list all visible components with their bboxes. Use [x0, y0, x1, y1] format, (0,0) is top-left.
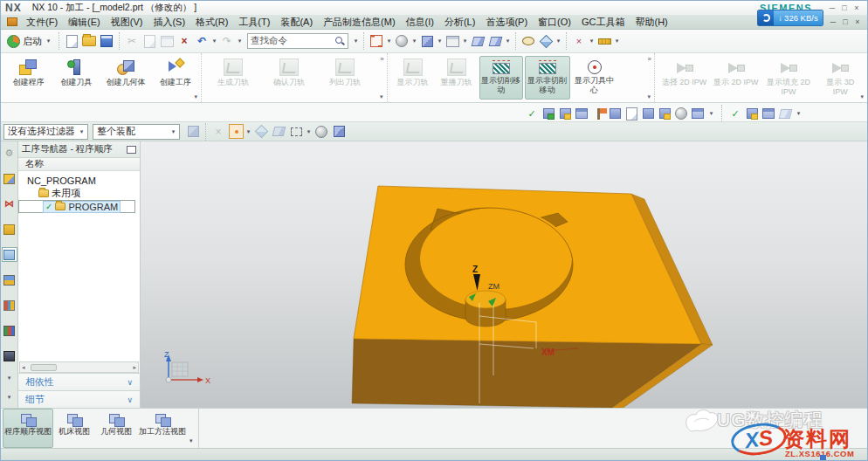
- undock-panel-icon[interactable]: [127, 146, 136, 154]
- start-dropdown-icon[interactable]: ▾: [45, 38, 52, 45]
- window-style-button[interactable]: [444, 33, 460, 49]
- menu-pmi[interactable]: 产品制造信息(M): [318, 16, 401, 29]
- snap-point-button[interactable]: [228, 124, 244, 140]
- search-icon[interactable]: [334, 36, 345, 46]
- window-style-dropdown-icon[interactable]: ▾: [461, 38, 469, 45]
- show-hide-button[interactable]: [520, 33, 536, 49]
- tab-machine-tool-view[interactable]: 机床视图: [53, 409, 95, 448]
- datum-plane-button[interactable]: [470, 33, 486, 49]
- shaded-select-button[interactable]: [313, 124, 329, 140]
- show-tool-center-button[interactable]: 显示刀具中心: [572, 56, 617, 100]
- verify-geometry-button[interactable]: ✓: [525, 107, 539, 120]
- restore-button[interactable]: □: [838, 2, 851, 14]
- open-file-button[interactable]: [81, 33, 97, 49]
- verify-second-button[interactable]: ✓: [728, 107, 742, 120]
- menu-assemblies[interactable]: 装配(A): [275, 16, 318, 29]
- tab-program-order-view[interactable]: 程序顺序视图: [3, 409, 53, 448]
- delete-button[interactable]: ×: [176, 33, 192, 49]
- tree-row-program[interactable]: ✓ PROGRAM: [18, 200, 135, 213]
- web-browser-button[interactable]: [3, 324, 17, 337]
- operations-group-dropdown-icon[interactable]: ▾: [380, 93, 383, 100]
- process-table-button[interactable]: [761, 107, 775, 120]
- new-file-button[interactable]: [64, 33, 79, 49]
- customize-button[interactable]: [691, 107, 705, 120]
- details-section-header[interactable]: 细节 ∨: [18, 390, 140, 408]
- roles-button[interactable]: ⚙: [3, 147, 17, 160]
- dependencies-section-header[interactable]: 相依性 ∨: [18, 373, 140, 390]
- mdi-minimize-button[interactable]: ─: [827, 16, 839, 28]
- menu-insert[interactable]: 插入(S): [148, 16, 190, 29]
- save-button[interactable]: [99, 33, 114, 49]
- snap-display-button[interactable]: [538, 33, 554, 49]
- geometry-view-button[interactable]: [558, 107, 572, 120]
- undo-button[interactable]: ↶: [194, 33, 210, 49]
- snap-point-dropdown-icon[interactable]: ▾: [245, 128, 252, 135]
- menu-view[interactable]: 视图(V): [106, 16, 148, 29]
- measure-button[interactable]: ×: [571, 33, 587, 49]
- solid-select-button[interactable]: [331, 124, 347, 140]
- measure-distance-dropdown-icon[interactable]: ▾: [613, 38, 621, 45]
- rectangle-select-dropdown-icon[interactable]: ▾: [305, 128, 313, 135]
- resource-bar-scroll-up-icon[interactable]: ▾: [8, 375, 11, 382]
- quick-icons-dropdown-icon[interactable]: ▾: [707, 110, 715, 117]
- fit-view-button[interactable]: [369, 33, 384, 49]
- selection-scope-dropdown-icon[interactable]: ▾: [169, 128, 177, 135]
- rectangle-select-button[interactable]: [288, 124, 304, 140]
- ipw-group-dropdown-icon[interactable]: ▾: [860, 93, 864, 100]
- reuse-library-button[interactable]: [3, 273, 17, 286]
- scroll-right-icon[interactable]: ▸: [133, 364, 136, 371]
- menu-help[interactable]: 帮助(H): [630, 16, 672, 29]
- menu-format[interactable]: 格式(R): [190, 16, 233, 29]
- menu-window[interactable]: 窗口(O): [533, 16, 576, 29]
- measure-distance-button[interactable]: [596, 33, 612, 49]
- insert-group-dropdown-icon[interactable]: ▾: [194, 93, 197, 100]
- selection-scope-dropdown[interactable]: 整个装配 ▾: [93, 124, 180, 140]
- feedback-button[interactable]: [608, 107, 622, 120]
- name-column-header[interactable]: 名称: [18, 158, 140, 171]
- view-orientation-button[interactable]: [419, 33, 435, 49]
- create-operation-button[interactable]: 创建工序: [152, 56, 198, 100]
- display-overflow-icon[interactable]: »: [648, 55, 651, 63]
- create-tool-button[interactable]: 创建刀具: [53, 56, 100, 100]
- command-finder[interactable]: [247, 33, 348, 49]
- show-cutting-moves-button[interactable]: 显示切削移动: [479, 56, 523, 100]
- transform-button[interactable]: [658, 107, 672, 120]
- resource-bar-scroll-down-icon[interactable]: ▾: [8, 394, 11, 401]
- hd3d-tools-button[interactable]: [3, 299, 17, 312]
- measure-dropdown-icon[interactable]: ▾: [588, 38, 596, 45]
- menu-file[interactable]: 文件(F): [21, 16, 63, 29]
- scroll-left-icon[interactable]: ◂: [22, 364, 25, 371]
- tab-machining-method-view[interactable]: 加工方法视图: [137, 409, 188, 448]
- assembly-navigator-button[interactable]: [3, 172, 17, 185]
- display-group-dropdown-icon[interactable]: ▾: [647, 93, 651, 100]
- download-speed-badge[interactable]: ↓ 326 KB/s: [757, 10, 823, 26]
- document-button[interactable]: [624, 107, 638, 120]
- menu-analysis[interactable]: 分析(L): [439, 16, 480, 29]
- render-style-dropdown-icon[interactable]: ▾: [410, 38, 418, 45]
- menu-information[interactable]: 信息(I): [401, 16, 439, 29]
- tree-row-unused[interactable]: 未用项: [18, 187, 140, 200]
- command-search-input[interactable]: [251, 36, 334, 46]
- scrollbar-thumb[interactable]: [31, 364, 57, 371]
- view-tabs-dropdown-icon[interactable]: ▾: [188, 437, 196, 448]
- ribbon-options-icon[interactable]: [7, 17, 17, 26]
- start-menu-button[interactable]: 启动 ▾: [4, 35, 55, 48]
- second-group-dropdown-icon[interactable]: ▾: [795, 110, 803, 117]
- menu-edit[interactable]: 编辑(E): [63, 16, 106, 29]
- show-hide-dropdown-icon[interactable]: ▾: [555, 38, 562, 45]
- create-geometry-button[interactable]: 创建几何体: [101, 56, 151, 100]
- show-non-cutting-moves-button[interactable]: 显示非切削移动: [525, 56, 570, 100]
- part-navigator-button[interactable]: [3, 223, 17, 236]
- copy-object-button[interactable]: [641, 107, 655, 120]
- section-dropdown-icon[interactable]: ▾: [504, 38, 512, 45]
- geometry-group-button[interactable]: [745, 107, 759, 120]
- operation-list-button[interactable]: [575, 107, 589, 120]
- view-orientation-dropdown-icon[interactable]: ▾: [436, 38, 444, 45]
- block-front-face[interactable]: [352, 339, 701, 408]
- tree-row-nc-program[interactable]: NC_PROGRAM: [18, 174, 140, 187]
- menu-tools[interactable]: 工具(T): [233, 16, 275, 29]
- minimize-button[interactable]: ─: [826, 2, 838, 14]
- workpiece-check-button[interactable]: [541, 107, 555, 120]
- search-dropdown-icon[interactable]: ▾: [352, 38, 360, 45]
- close-button[interactable]: ×: [851, 2, 863, 14]
